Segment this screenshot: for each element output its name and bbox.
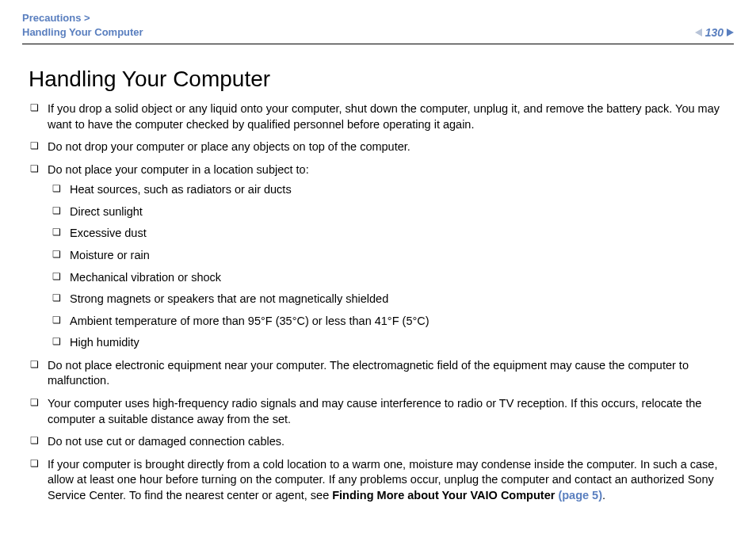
page-link[interactable]: (page 5) — [558, 489, 602, 502]
list-item: If your computer is brought directly fro… — [29, 457, 727, 504]
list-item: Heat sources, such as radiators or air d… — [48, 182, 727, 198]
page-header: Precautions > Handling Your Computer 130 — [22, 11, 734, 44]
list-item: Strong magnets or speakers that are not … — [48, 292, 727, 307]
breadcrumb: Precautions > Handling Your Computer — [22, 11, 143, 39]
page-number: 130 — [704, 26, 725, 39]
list-item: If you drop a solid object or any liquid… — [29, 101, 727, 132]
list-item: Moisture or rain — [48, 248, 727, 264]
list-item: Your computer uses high-frequency radio … — [29, 396, 727, 427]
list-item: Direct sunlight — [48, 204, 727, 220]
reference-title: Finding More about Your VAIO Computer — [332, 489, 558, 502]
sub-list: Heat sources, such as radiators or air d… — [48, 182, 727, 351]
list-item: High humidity — [48, 335, 727, 351]
page-navigator: 130 — [695, 26, 734, 39]
list-item: Ambient temperature of more than 95°F (3… — [48, 314, 727, 330]
next-page-icon[interactable] — [727, 29, 734, 36]
prev-page-icon[interactable] — [695, 29, 702, 36]
list-item: Do not drop your computer or place any o… — [29, 139, 727, 155]
page-title: Handling Your Computer — [29, 67, 727, 92]
list-item: Excessive dust — [48, 226, 727, 242]
list-item: Do not place electronic equipment near y… — [29, 358, 727, 389]
precautions-list: If you drop a solid object or any liquid… — [29, 101, 727, 503]
page-content: Handling Your Computer If you drop a sol… — [22, 44, 734, 503]
breadcrumb-section: Precautions > — [22, 11, 143, 25]
list-item: Do not place your computer in a location… — [29, 162, 727, 351]
breadcrumb-page: Handling Your Computer — [22, 25, 143, 40]
list-item: Do not use cut or damaged connection cab… — [29, 434, 727, 450]
list-item: Mechanical vibration or shock — [48, 270, 727, 286]
